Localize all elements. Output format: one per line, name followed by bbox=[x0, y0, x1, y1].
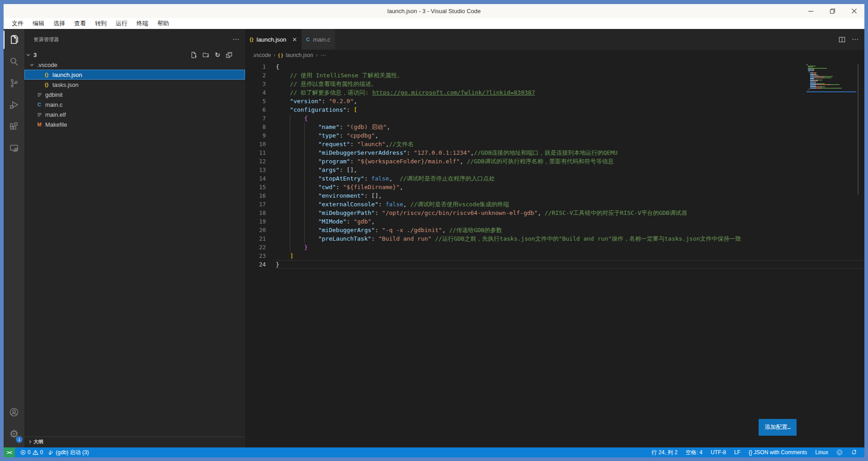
status-item-3[interactable]: LF bbox=[731, 447, 743, 457]
tree-item-gdbinit[interactable]: gdbinit bbox=[24, 90, 245, 100]
explorer-icon[interactable] bbox=[4, 29, 24, 51]
status-item-4[interactable]: {} JSON with Comments bbox=[746, 447, 810, 457]
breadcrumb-separator: › bbox=[274, 52, 275, 58]
new-file-icon[interactable] bbox=[190, 52, 197, 58]
c-file-icon: C bbox=[35, 102, 43, 107]
code-line-18[interactable]: 18 "miDebuggerPath": "/opt/riscv/gcc/bin… bbox=[245, 209, 864, 217]
code-line-1[interactable]: 1{ bbox=[245, 62, 864, 71]
status-item-1[interactable]: 空格: 4 bbox=[683, 447, 705, 457]
menu-item-3[interactable]: 查看 bbox=[70, 19, 90, 29]
menu-item-0[interactable]: 文件 bbox=[7, 19, 28, 29]
code-line-23[interactable]: 23 ] bbox=[245, 252, 864, 260]
code-editor[interactable]: 1{2 // 使用 IntelliSense 了解相关属性。3 // 悬停以查看… bbox=[245, 61, 864, 447]
refresh-icon[interactable]: ↻ bbox=[215, 51, 220, 58]
tree-root-folder[interactable]: 3 ↻ bbox=[24, 50, 245, 60]
menu-item-5[interactable]: 运行 bbox=[111, 19, 132, 29]
json-file-icon: {} bbox=[42, 72, 51, 77]
tree-item-tasks-json[interactable]: {}tasks.json bbox=[24, 80, 245, 90]
code-line-5[interactable]: 5 "version": "0.2.0", bbox=[245, 97, 864, 105]
close-icon[interactable] bbox=[850, 7, 858, 15]
code-line-10[interactable]: 10 "request": "launch",//文件名 bbox=[245, 140, 864, 148]
tree-item-main-c[interactable]: Cmain.c bbox=[24, 100, 245, 109]
tree-item--vscode[interactable]: .vscode bbox=[24, 60, 245, 70]
file-label: .vscode bbox=[35, 62, 57, 68]
remote-explorer-icon[interactable] bbox=[4, 138, 24, 159]
code-line-11[interactable]: 11 "miDebuggerServerAddress": "127.0.0.1… bbox=[245, 148, 864, 157]
code-line-3[interactable]: 3 // 悬停以查看现有属性的描述。 bbox=[245, 80, 864, 88]
breadcrumb-file[interactable]: launch.json bbox=[286, 52, 313, 58]
settings-gear-icon[interactable]: ⚙ 1 bbox=[4, 423, 24, 445]
scrollbar[interactable] bbox=[858, 64, 859, 195]
status-item-5[interactable]: Linux bbox=[812, 447, 831, 457]
code-line-12[interactable]: 12 "program": "${workspaceFolder}/main.e… bbox=[245, 157, 864, 166]
status-item-0[interactable]: 行 24, 列 2 bbox=[649, 447, 680, 457]
source-control-icon[interactable] bbox=[4, 72, 24, 94]
more-actions-icon[interactable]: ⋯ bbox=[852, 35, 859, 43]
feedback-icon[interactable] bbox=[834, 447, 845, 457]
code-line-16[interactable]: 16 "environment": [], bbox=[245, 191, 864, 200]
code-line-19[interactable]: 19 "MIMode": "gdb", bbox=[245, 217, 864, 226]
search-icon[interactable] bbox=[4, 51, 24, 72]
code-line-2[interactable]: 2 // 使用 IntelliSense 了解相关属性。 bbox=[245, 71, 864, 80]
makefile-icon: M bbox=[35, 122, 43, 127]
code-line-17[interactable]: 17 "externalConsole": false, //调试时是否使用vs… bbox=[245, 200, 864, 209]
split-editor-icon[interactable] bbox=[839, 36, 845, 43]
code-line-7[interactable]: 7 { bbox=[245, 114, 864, 123]
tab-main-c[interactable]: Cmain.c bbox=[302, 29, 335, 50]
code-line-8[interactable]: 8 "name": "(gdb) 启动", bbox=[245, 123, 864, 131]
code-line-21[interactable]: 21 "preLaunchTask": "Build and run" //运行… bbox=[245, 234, 864, 243]
menu-item-1[interactable]: 编辑 bbox=[28, 19, 49, 29]
json-file-icon: { } bbox=[278, 53, 283, 58]
restore-button[interactable] bbox=[828, 7, 836, 15]
tree-item-launch-json[interactable]: {}launch.json bbox=[24, 70, 245, 80]
sidebar-header: 资源管理器 ⋯ bbox=[24, 29, 245, 50]
add-configuration-button[interactable]: 添加配置… bbox=[759, 419, 797, 436]
chevron-down-icon bbox=[24, 53, 32, 57]
tab-bar: {}launch.json✕Cmain.c ⋯ bbox=[245, 29, 864, 50]
account-icon[interactable] bbox=[4, 401, 24, 423]
code-line-13[interactable]: 13 "args": [], bbox=[245, 166, 864, 174]
file-label: tasks.json bbox=[51, 81, 79, 88]
new-folder-icon[interactable] bbox=[203, 52, 209, 58]
menu-item-6[interactable]: 终端 bbox=[132, 19, 153, 29]
code-line-24[interactable]: 24} bbox=[245, 260, 864, 269]
sidebar-more-icon[interactable]: ⋯ bbox=[232, 35, 240, 43]
file-label: main.elf bbox=[43, 111, 66, 118]
code-line-4[interactable]: 4 // 欲了解更多信息，请访问: https://go.microsoft.c… bbox=[245, 88, 864, 97]
file-icon bbox=[35, 112, 43, 118]
collapse-all-icon[interactable] bbox=[226, 52, 232, 58]
remote-indicator[interactable]: >< bbox=[4, 447, 15, 457]
minimize-button[interactable] bbox=[807, 7, 815, 15]
status-item-2[interactable]: UTF-8 bbox=[708, 447, 729, 457]
json-file-icon: {} bbox=[250, 37, 254, 42]
tree-item-main-elf[interactable]: main.elf bbox=[24, 109, 245, 119]
code-line-9[interactable]: 9 "type": "cppdbg", bbox=[245, 131, 864, 140]
breadcrumb-folder[interactable]: .vscode bbox=[252, 52, 271, 58]
code-line-15[interactable]: 15 "cwd": "${fileDirname}", bbox=[245, 183, 864, 191]
tree-item-Makefile[interactable]: MMakefile bbox=[24, 119, 245, 129]
code-line-14[interactable]: 14 "stopAtEntry": false, //调试时是否停止在程序的入口… bbox=[245, 174, 864, 183]
menu-item-7[interactable]: 帮助 bbox=[153, 19, 174, 29]
menu-item-4[interactable]: 转到 bbox=[90, 19, 111, 29]
code-line-6[interactable]: 6 "configurations": [ bbox=[245, 105, 864, 114]
code-line-22[interactable]: 22 } bbox=[245, 243, 864, 252]
run-debug-icon[interactable] bbox=[4, 94, 24, 116]
problems-status[interactable]: 0 0 bbox=[18, 447, 46, 457]
code-line-20[interactable]: 20 "miDebuggerArgs": "-q -x ./gdbinit", … bbox=[245, 226, 864, 234]
tab-launch-json[interactable]: {}launch.json✕ bbox=[245, 29, 302, 50]
notifications-bell-icon[interactable] bbox=[848, 447, 860, 457]
status-bar: >< 0 0 (gdb) 启动 (3) 行 24, 列 2空格: 4UTF-8L… bbox=[4, 447, 864, 457]
close-tab-icon[interactable]: ✕ bbox=[292, 36, 297, 43]
minimap[interactable] bbox=[807, 64, 856, 93]
menu-item-2[interactable]: 选择 bbox=[49, 19, 70, 29]
error-icon bbox=[20, 450, 26, 455]
outline-label: 大纲 bbox=[33, 438, 43, 445]
activity-bar: ⚙ 1 bbox=[4, 29, 24, 447]
sidebar-title: 资源管理器 bbox=[33, 36, 232, 43]
extensions-icon[interactable] bbox=[4, 116, 24, 138]
breadcrumb-more[interactable]: ⋯ bbox=[321, 52, 326, 58]
breadcrumb-separator: › bbox=[316, 52, 318, 58]
outline-section[interactable]: 大纲 bbox=[24, 437, 245, 447]
file-label: main.c bbox=[43, 101, 62, 108]
debug-status[interactable]: (gdb) 启动 (3) bbox=[46, 447, 91, 457]
